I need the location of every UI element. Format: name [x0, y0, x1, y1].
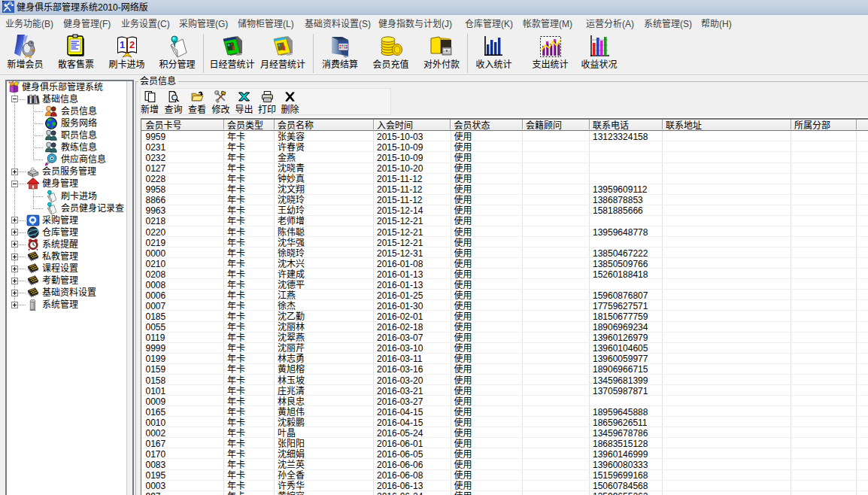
svg-text:1: 1 [120, 39, 125, 50]
svg-text:2: 2 [129, 39, 135, 50]
